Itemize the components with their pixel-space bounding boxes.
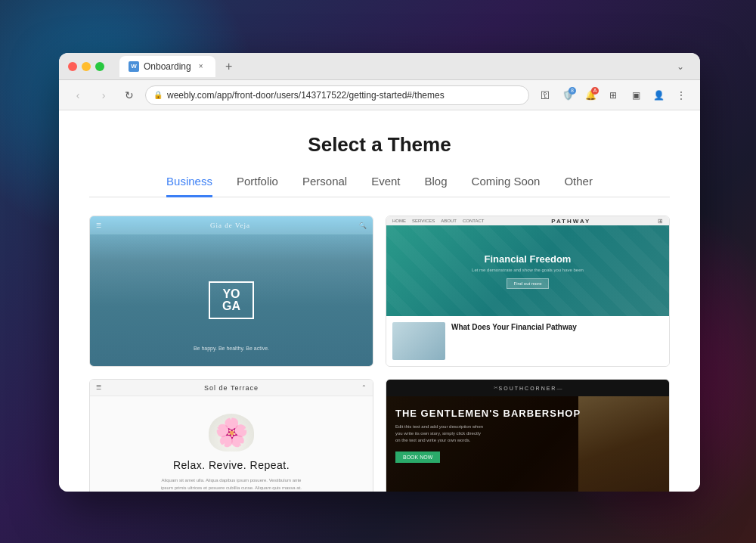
yoga-search-icon: 🔍	[359, 222, 367, 229]
weebly-favicon: W	[129, 61, 139, 72]
barber-hero: THE GENTLEMEN'S BARBERSHOP Edit this tex…	[386, 396, 669, 492]
shield-badge-button[interactable]: 🛡️ 8	[558, 85, 578, 105]
pathway-text-block: What Does Your Financial Pathway	[451, 322, 663, 332]
yoga-tagline: Be happy. Be healthy. Be active.	[194, 346, 269, 351]
barbershop-preview: ✂ SOUTHCORNER — THE GENTLEMEN'S BARBERSH…	[386, 380, 669, 492]
tab-close-button[interactable]: ×	[196, 61, 206, 72]
maximize-window-button[interactable]	[95, 62, 104, 71]
refresh-button[interactable]: ↻	[119, 85, 139, 105]
yoga-preview: ☰ Gia de Veja 🔍 YOGA Be happy. Be health…	[90, 216, 373, 366]
alert-badge-button[interactable]: 🔔 A	[581, 85, 600, 105]
pathway-preview: HOME SERVICES ABOUT CONTACT PATHWAY ⊞ Fi…	[386, 216, 669, 366]
new-tab-button[interactable]: +	[218, 56, 240, 77]
sol-hero: Relax. Revive. Repeat. Aliquam sit amet …	[90, 396, 373, 492]
sol-flower	[209, 414, 254, 451]
pathway-topbar: HOME SERVICES ABOUT CONTACT PATHWAY ⊞	[386, 216, 669, 225]
window-expand-button[interactable]: ⌄	[670, 56, 691, 77]
page-inner: Select a Theme Business Portfolio Person…	[59, 110, 700, 492]
tab-personal[interactable]: Personal	[302, 175, 347, 197]
sol-menu-icon: ☰	[96, 384, 101, 391]
page-title: Select a Theme	[89, 133, 670, 157]
sol-search-icon: ⌃	[361, 384, 367, 391]
pathway-nav-link: HOME	[392, 219, 406, 223]
shield-badge: 8	[569, 87, 576, 95]
category-tabs: Business Portfolio Personal Event Blog C…	[89, 175, 670, 197]
yoga-hero: YOGA Be happy. Be healthy. Be active.	[90, 234, 373, 366]
pathway-hero: Financial Freedom Let me demonstrate and…	[386, 225, 669, 316]
pathway-cta-button[interactable]: Find out more	[507, 278, 548, 289]
sol-preview: ☰ Sol de Terrace ⌃ Relax. Revive. Repeat…	[90, 380, 373, 492]
tab-coming-soon[interactable]: Coming Soon	[472, 175, 541, 197]
profile-button[interactable]: 👤	[649, 85, 668, 105]
address-bar[interactable]: 🔒 weebly.com/app/front-door/users/143717…	[145, 85, 529, 105]
sol-brand: Sol de Terrace	[204, 384, 259, 392]
theme-grid: ☰ Gia de Veja 🔍 YOGA Be happy. Be health…	[89, 216, 670, 492]
theme-card-yoga[interactable]: ☰ Gia de Veja 🔍 YOGA Be happy. Be health…	[89, 216, 373, 367]
theme-card-barbershop[interactable]: ✂ SOUTHCORNER — THE GENTLEMEN'S BARBERSH…	[386, 379, 670, 492]
pathway-expand-icon: ⊞	[658, 218, 663, 225]
sol-description: Aliquam sit amet ulla. Aliqua dapibus ip…	[156, 477, 307, 492]
title-bar: W Onboarding × + ⌄	[59, 53, 700, 80]
sol-flower-image	[209, 414, 254, 451]
address-text: weebly.com/app/front-door/users/14371752…	[167, 90, 445, 101]
barber-cta-button[interactable]: BOOK NOW	[395, 451, 440, 463]
pathway-hero-sub: Let me demonstrate and show the goals yo…	[472, 268, 584, 272]
pathway-nav-link: ABOUT	[441, 219, 457, 223]
back-button[interactable]: ‹	[68, 85, 88, 105]
key-icon-button[interactable]: ⚿	[535, 85, 555, 105]
forward-button[interactable]: ›	[94, 85, 113, 105]
tab-bar: W Onboarding × +	[119, 56, 664, 77]
sol-topbar: ☰ Sol de Terrace ⌃	[90, 380, 373, 396]
alert-badge: A	[591, 87, 599, 95]
pathway-section: What Does Your Financial Pathway	[386, 316, 669, 366]
window-controls: ⌄	[670, 56, 691, 77]
sidebar-button[interactable]: ▣	[626, 85, 646, 105]
barber-sub: Edit this text and add your description …	[395, 424, 486, 444]
barber-topbar: ✂ SOUTHCORNER —	[386, 380, 669, 396]
tab-portfolio[interactable]: Portfolio	[237, 175, 278, 197]
traffic-lights	[68, 62, 104, 71]
extensions-button[interactable]: ⊞	[603, 85, 623, 105]
barber-logo-icon: ✂	[494, 385, 499, 391]
yoga-menu-icon: ☰	[96, 222, 101, 229]
menu-button[interactable]: ⋮	[671, 85, 691, 105]
page-content: Select a Theme Business Portfolio Person…	[59, 110, 700, 492]
nav-extras: ⚿ 🛡️ 8 🔔 A ⊞ ▣ 👤 ⋮	[535, 85, 691, 105]
tab-title: Onboarding	[144, 61, 191, 72]
minimize-window-button[interactable]	[82, 62, 91, 71]
active-tab[interactable]: W Onboarding ×	[119, 56, 215, 77]
tab-business[interactable]: Business	[166, 175, 212, 197]
theme-card-pathway[interactable]: HOME SERVICES ABOUT CONTACT PATHWAY ⊞ Fi…	[386, 216, 670, 367]
browser-window: W Onboarding × + ⌄ ‹ › ↻ 🔒 weebly.com/ap…	[59, 53, 700, 492]
tab-event[interactable]: Event	[371, 175, 400, 197]
pathway-brand: PATHWAY	[551, 218, 590, 225]
barber-title: THE GENTLEMEN'S BARBERSHOP	[395, 408, 581, 419]
yoga-site-name: Gia de Veja	[210, 222, 250, 229]
yoga-topbar: ☰ Gia de Veja 🔍	[90, 216, 373, 234]
barber-separator: —	[556, 386, 562, 391]
pathway-nav: HOME SERVICES ABOUT CONTACT	[392, 219, 484, 223]
nav-bar: ‹ › ↻ 🔒 weebly.com/app/front-door/users/…	[59, 80, 700, 110]
pathway-hero-title: Financial Freedom	[485, 253, 572, 265]
lock-icon: 🔒	[153, 91, 163, 99]
pathway-nav-link: SERVICES	[412, 219, 435, 223]
pathway-section-image	[392, 322, 445, 360]
theme-card-sol[interactable]: ☰ Sol de Terrace ⌃ Relax. Revive. Repeat…	[89, 379, 373, 492]
tab-blog[interactable]: Blog	[425, 175, 448, 197]
tab-other[interactable]: Other	[564, 175, 593, 197]
sol-title: Relax. Revive. Repeat.	[173, 459, 290, 471]
close-window-button[interactable]	[68, 62, 77, 71]
barber-content: THE GENTLEMEN'S BARBERSHOP Edit this tex…	[395, 408, 581, 463]
pathway-section-title: What Does Your Financial Pathway	[451, 322, 663, 332]
yoga-text: YOGA	[222, 288, 240, 312]
pathway-nav-link: CONTACT	[463, 219, 485, 223]
barber-brand: SOUTHCORNER	[499, 386, 557, 391]
yoga-logo-box: YOGA	[209, 281, 254, 319]
